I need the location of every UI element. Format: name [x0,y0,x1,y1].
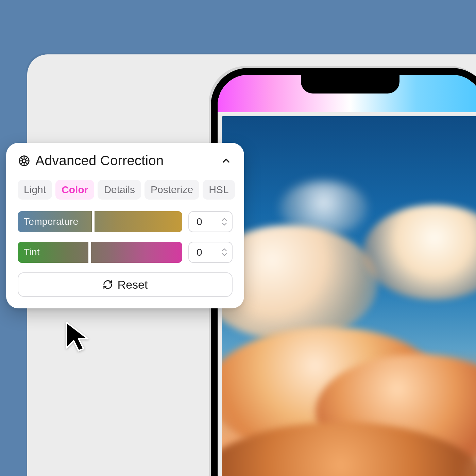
tab-color[interactable]: Color [55,180,94,200]
tint-handle[interactable] [88,242,91,263]
tabs-row: Light Color Details Posterize HSL [18,180,233,200]
photo-preview [222,116,476,476]
svg-line-8 [26,157,28,159]
panel-title: Advanced Correction [35,153,215,168]
svg-line-7 [26,162,28,164]
chevron-down-icon [222,222,227,226]
temperature-handle[interactable] [92,211,95,232]
tint-row: Tint 0 [18,242,233,263]
temperature-value-input[interactable]: 0 [188,211,233,232]
temperature-value: 0 [197,216,202,227]
tab-light[interactable]: Light [18,180,52,200]
cursor-pointer-icon [61,320,92,355]
photo-canvas-wrap [218,112,476,476]
tint-stepper[interactable] [222,248,227,256]
temperature-row: Temperature 0 [18,211,233,232]
svg-line-9 [21,162,23,164]
chevron-up-icon [222,218,227,221]
tab-posterize[interactable]: Posterize [144,180,199,200]
advanced-correction-panel: Advanced Correction Light Color Details … [6,143,244,308]
phone-frame [211,68,476,476]
adjustments-icon [18,154,31,167]
tint-label: Tint [24,247,40,258]
reset-label: Reset [118,278,148,291]
tint-slider[interactable]: Tint [18,242,182,263]
reset-icon [103,279,113,290]
chevron-down-icon [222,253,227,256]
tint-value: 0 [197,247,202,258]
tab-details[interactable]: Details [98,180,141,200]
svg-line-6 [21,157,23,159]
collapse-button[interactable] [220,154,233,167]
phone-screen [218,75,476,476]
tab-hsl[interactable]: HSL [203,180,235,200]
tint-value-input[interactable]: 0 [188,242,233,263]
temperature-slider[interactable]: Temperature [18,211,182,232]
phone-notch [301,75,400,94]
panel-header: Advanced Correction [18,153,233,168]
reset-button[interactable]: Reset [18,272,233,297]
chevron-up-icon [222,248,227,252]
svg-point-1 [22,159,26,162]
temperature-label: Temperature [24,216,79,227]
chevron-up-icon [221,156,231,166]
temperature-stepper[interactable] [222,218,227,226]
